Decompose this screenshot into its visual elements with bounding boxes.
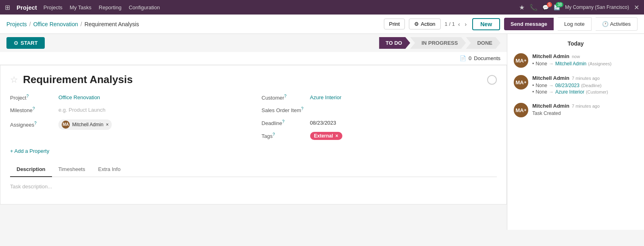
gear-icon: ⚙ bbox=[414, 21, 419, 27]
sales-order-label: Sales Order Item? bbox=[262, 106, 310, 113]
phone-icon[interactable]: 📞 bbox=[529, 4, 538, 11]
chatter-header-2: Mitchell Admin 7 minutes ago bbox=[532, 75, 638, 81]
deadline-value[interactable]: 08/23/2023 bbox=[310, 120, 336, 126]
tab-content: Task description... bbox=[10, 177, 497, 196]
action-button[interactable]: ⚙ Action bbox=[409, 19, 440, 29]
pager-prev[interactable]: ‹ bbox=[456, 20, 462, 28]
nav-configuration[interactable]: Configuration bbox=[129, 4, 160, 10]
activities-button[interactable]: 🕐 Activities bbox=[596, 17, 638, 31]
nav-projects[interactable]: Projects bbox=[44, 4, 63, 10]
assignees-row: Assignees? MA Mitchell Admin × bbox=[10, 119, 246, 130]
form-grid: Project? Office Renovation Milestone? e.… bbox=[10, 94, 497, 146]
log-note-button[interactable]: Log note bbox=[558, 17, 592, 31]
tab-description[interactable]: Description bbox=[10, 162, 52, 177]
project-label: Project? bbox=[10, 94, 58, 101]
task-title: Requirement Analysis bbox=[23, 73, 133, 86]
docs-bar: 📄 0 Documents bbox=[0, 52, 507, 65]
assignee-remove-icon[interactable]: × bbox=[106, 122, 108, 127]
chat-badge[interactable]: 💬5 bbox=[542, 4, 549, 10]
doc-count: 0 bbox=[469, 55, 471, 61]
chatter-time-3: 7 minutes ago bbox=[572, 104, 600, 108]
chatter-name-3: Mitchell Admin bbox=[532, 103, 569, 109]
chatter-line-3-1: Task Created bbox=[532, 110, 638, 116]
company-name: My Company (San Francisco) bbox=[565, 4, 629, 10]
new-button[interactable]: New bbox=[472, 18, 500, 30]
status-bar: ⊙ START TO DO IN PROGRESS DONE bbox=[0, 34, 507, 52]
task-form: ☆ Requirement Analysis Project? Office R… bbox=[0, 65, 507, 204]
chatter-line-2-2: • None → Azure Interior (Customer) bbox=[532, 89, 638, 95]
status-done[interactable]: DONE bbox=[466, 37, 500, 49]
app-name[interactable]: Project bbox=[17, 4, 37, 11]
chatter-name-2: Mitchell Admin bbox=[532, 75, 569, 81]
breadcrumb-sep-1: / bbox=[29, 21, 31, 27]
pager-next[interactable]: › bbox=[463, 20, 469, 28]
breadcrumb-office[interactable]: Office Renovation bbox=[33, 21, 78, 27]
nav-reporting[interactable]: Reporting bbox=[99, 4, 121, 10]
tab-timesheets[interactable]: Timesheets bbox=[52, 162, 92, 177]
tag-remove-icon[interactable]: × bbox=[336, 133, 338, 139]
tag-value: External bbox=[314, 133, 333, 139]
chatter-avatar-3: MA✈ bbox=[514, 103, 528, 117]
customer-row: Customer? Azure Interior bbox=[262, 94, 497, 101]
chatter-today-label: Today bbox=[514, 40, 638, 47]
breadcrumb-current: Requirement Analysis bbox=[84, 21, 139, 27]
chatter-time-1: now bbox=[572, 54, 580, 59]
form-left: Project? Office Renovation Milestone? e.… bbox=[10, 94, 246, 146]
nav-links: Projects My Tasks Reporting Configuratio… bbox=[44, 4, 160, 10]
breadcrumb-actions: Print ⚙ Action 1 / 1 ‹ › New Send messag… bbox=[384, 17, 638, 31]
start-icon: ⊙ bbox=[14, 40, 18, 46]
milestone-label: Milestone? bbox=[10, 106, 58, 113]
doc-icon: 📄 bbox=[460, 55, 466, 61]
sales-order-row: Sales Order Item? bbox=[262, 106, 497, 113]
chatter-item-2: MA✈ Mitchell Admin 7 minutes ago • None … bbox=[514, 75, 638, 96]
customer-value[interactable]: Azure Interior bbox=[310, 94, 342, 100]
breadcrumb: Projects / Office Renovation / Requireme… bbox=[6, 21, 139, 27]
print-button[interactable]: Print bbox=[384, 19, 405, 29]
activities-label: Activities bbox=[610, 21, 631, 27]
assignee-badge[interactable]: MA Mitchell Admin × bbox=[58, 119, 112, 130]
project-value[interactable]: Office Renovation bbox=[58, 94, 100, 100]
tags-row: Tags? External × bbox=[262, 132, 497, 140]
tag-badge[interactable]: External × bbox=[310, 132, 342, 140]
project-row: Project? Office Renovation bbox=[10, 94, 246, 101]
chatter-body-3: Mitchell Admin 7 minutes ago Task Create… bbox=[532, 103, 638, 117]
chatter-body-1: Mitchell Admin now • None → Mitchell Adm… bbox=[532, 53, 638, 68]
start-button[interactable]: ⊙ START bbox=[6, 37, 45, 49]
task-created-text: Task Created bbox=[532, 110, 561, 116]
tab-bar: Description Timesheets Extra Info bbox=[10, 162, 497, 177]
status-inprogress[interactable]: IN PROGRESS bbox=[410, 37, 466, 49]
chatter-line-2-1: • None → 08/23/2023 (Deadline) bbox=[532, 83, 638, 88]
chatter-panel: Today MA✈ Mitchell Admin now • None → Mi… bbox=[507, 34, 644, 230]
chatter-header-1: Mitchell Admin now bbox=[532, 53, 638, 59]
state-circle[interactable] bbox=[487, 75, 497, 85]
star-nav-icon[interactable]: ★ bbox=[519, 4, 525, 11]
pager: 1 / 1 ‹ › bbox=[445, 20, 469, 28]
add-property-link[interactable]: + Add a Property bbox=[10, 148, 497, 154]
tab-extra-info[interactable]: Extra Info bbox=[92, 162, 127, 177]
chatter-name-1: Mitchell Admin bbox=[532, 53, 569, 59]
chatter-item-3: MA✈ Mitchell Admin 7 minutes ago Task Cr… bbox=[514, 103, 638, 117]
chatter-header-3: Mitchell Admin 7 minutes ago bbox=[532, 103, 638, 109]
breadcrumb-sep-2: / bbox=[81, 21, 82, 27]
topnav-right: ★ 📞 💬5 🔄38 My Company (San Francisco) ✕ bbox=[519, 4, 639, 11]
close-nav-icon[interactable]: ✕ bbox=[634, 4, 639, 11]
breadcrumb-projects[interactable]: Projects bbox=[6, 21, 27, 27]
milestone-value[interactable]: e.g. Product Launch bbox=[58, 107, 105, 113]
chatter-avatar-2: MA✈ bbox=[514, 75, 528, 90]
doc-label: Documents bbox=[474, 55, 500, 61]
send-message-button[interactable]: Send message bbox=[504, 18, 554, 30]
chatter-line-1-1: • None → Mitchell Admin (Assignees) bbox=[532, 61, 638, 67]
task-title-row: ☆ Requirement Analysis bbox=[10, 73, 497, 86]
description-placeholder[interactable]: Task description... bbox=[10, 183, 52, 190]
assignee-name: Mitchell Admin bbox=[72, 122, 103, 127]
grid-icon[interactable]: ⊞ bbox=[5, 4, 10, 11]
assignees-label: Assignees? bbox=[10, 121, 58, 128]
documents-link[interactable]: 📄 0 Documents bbox=[460, 55, 500, 61]
update-badge[interactable]: 🔄38 bbox=[554, 4, 560, 10]
customer-label: Customer? bbox=[262, 94, 310, 101]
tags-label: Tags? bbox=[262, 132, 310, 139]
nav-mytasks[interactable]: My Tasks bbox=[70, 4, 92, 10]
status-steps: TO DO IN PROGRESS DONE bbox=[379, 37, 500, 49]
status-todo[interactable]: TO DO bbox=[379, 37, 410, 49]
favorite-star-icon[interactable]: ☆ bbox=[10, 75, 18, 85]
